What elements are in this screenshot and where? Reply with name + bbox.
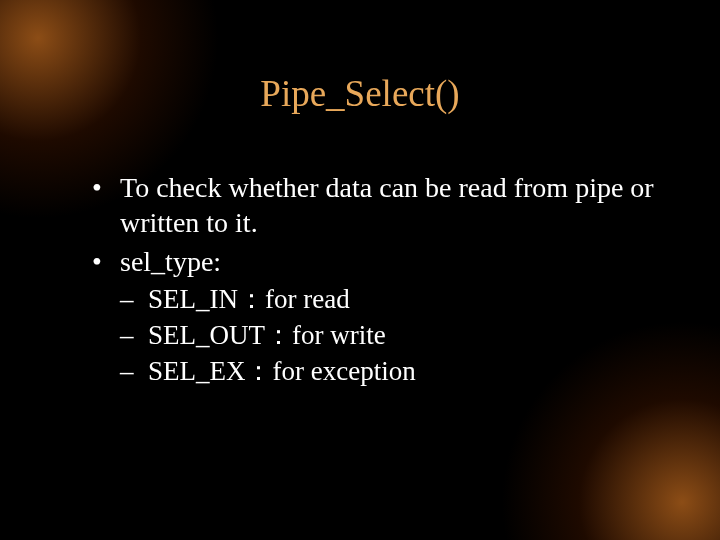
slide-title: Pipe_Select() [0, 72, 720, 115]
sub-bullet-item: – SEL_IN：for read [92, 283, 660, 317]
sub-bullet-text: SEL_EX：for exception [148, 356, 416, 386]
sub-bullet-item: – SEL_OUT：for write [92, 319, 660, 353]
bullet-item: • sel_type: [92, 244, 660, 279]
slide-body: • To check whether data can be read from… [92, 170, 660, 390]
bullet-text: To check whether data can be read from p… [120, 172, 654, 238]
bullet-marker-icon: • [92, 170, 102, 205]
slide: Pipe_Select() • To check whether data ca… [0, 0, 720, 540]
dash-marker-icon: – [120, 355, 134, 389]
dash-marker-icon: – [120, 319, 134, 353]
bullet-item: • To check whether data can be read from… [92, 170, 660, 240]
bullet-marker-icon: • [92, 244, 102, 279]
bullet-text: sel_type: [120, 246, 221, 277]
sub-bullet-text: SEL_IN：for read [148, 284, 350, 314]
sub-bullet-text: SEL_OUT：for write [148, 320, 386, 350]
sub-bullet-item: – SEL_EX：for exception [92, 355, 660, 389]
dash-marker-icon: – [120, 283, 134, 317]
